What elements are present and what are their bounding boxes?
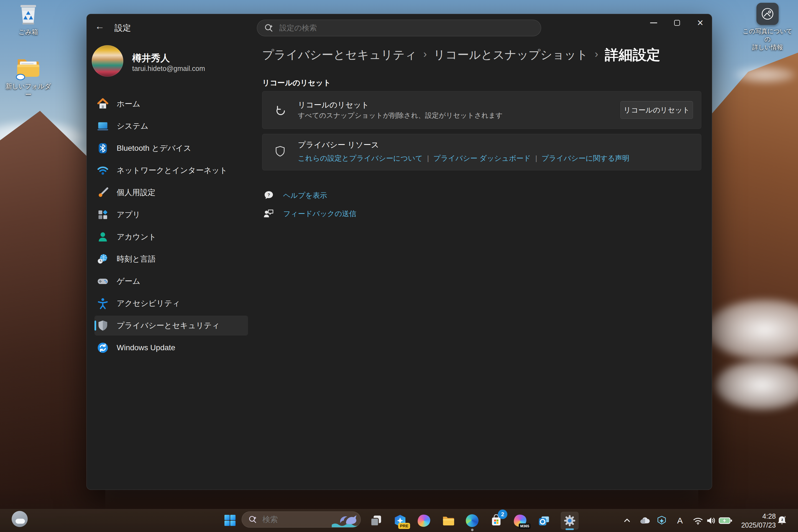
folder-icon xyxy=(16,57,41,80)
sidebar-item-time-language[interactable]: 時刻と言語 xyxy=(94,249,248,269)
account-icon xyxy=(97,231,109,243)
task-view-icon xyxy=(369,514,382,527)
outlook-icon xyxy=(538,514,551,527)
task-view-button[interactable] xyxy=(367,512,385,530)
sidebar-item-home[interactable]: ホーム xyxy=(94,94,248,114)
send-feedback-link[interactable]: フィードバックの送信 xyxy=(283,209,356,218)
user-email: tarui.hideto@gmail.com xyxy=(132,64,205,73)
tray-wifi-icon[interactable] xyxy=(691,513,705,528)
tray-date: 2025/07/23 xyxy=(726,521,776,530)
bluetooth-icon xyxy=(97,142,109,154)
edge-icon xyxy=(466,514,478,527)
help-bubble-icon: ? xyxy=(263,189,275,202)
privacy-links: これらの設定とプライバシーについて | プライバシー ダッシュボード | プライ… xyxy=(298,153,629,163)
tray-clock[interactable]: 4:28 2025/07/23 xyxy=(726,512,776,530)
sidebar-item-label: Bluetooth とデバイス xyxy=(117,143,191,153)
desktop-icon-recycle-bin[interactable]: ごみ箱 xyxy=(5,3,52,36)
reset-icon xyxy=(273,103,287,117)
edge-running-indicator xyxy=(471,529,474,531)
tray-volume-icon[interactable] xyxy=(704,513,718,528)
search-sparkle-icon xyxy=(248,515,258,524)
sidebar-item-system[interactable]: システム xyxy=(94,116,248,136)
photo-info-icon xyxy=(757,3,779,25)
maximize-button[interactable] xyxy=(665,14,688,31)
sidebar-item-label: アクセシビリティ xyxy=(117,298,180,309)
close-icon: × xyxy=(697,17,703,28)
taskbar-search-input[interactable] xyxy=(262,515,323,524)
desktop-icon-new-folder[interactable]: 新しいフォルダー xyxy=(5,57,52,99)
desktop-icon-label: 新しいフォルダー xyxy=(5,82,52,99)
avatar[interactable] xyxy=(92,45,123,77)
notification-bell-icon[interactable]: zz xyxy=(775,513,789,528)
start-button[interactable] xyxy=(221,512,239,529)
sidebar-item-label: アカウント xyxy=(117,232,156,242)
taskbar: PRE 2 M365 A 4:28 xyxy=(0,509,798,532)
preview-badge: PRE xyxy=(398,523,410,529)
copilot-icon xyxy=(417,514,431,528)
svg-text:?: ? xyxy=(267,192,270,197)
sidebar-item-accounts[interactable]: アカウント xyxy=(94,227,248,247)
desktop-icon-label: この写真についての xyxy=(740,27,795,43)
settings-search-box[interactable] xyxy=(257,20,541,36)
link-about-settings-privacy[interactable]: これらの設定とプライバシーについて xyxy=(298,153,423,163)
desktop-icon-label: 詳しい情報 xyxy=(740,43,795,51)
sidebar-item-label: ネットワークとインターネット xyxy=(117,165,227,176)
microsoft-store-button[interactable]: 2 xyxy=(488,512,505,530)
accessibility-icon xyxy=(97,297,109,309)
copilot-button[interactable] xyxy=(415,512,433,530)
page-title: 詳細設定 xyxy=(605,46,660,64)
breadcrumb-privacy-security[interactable]: プライバシーとセキュリティ xyxy=(262,47,417,63)
copilot-runtime-icon[interactable] xyxy=(654,513,669,528)
wallpaper-mountain-right xyxy=(698,53,798,532)
settings-window: ← 設定 × 樽井秀人 tarui.hideto@gmail.com ホーム シ… xyxy=(87,14,712,490)
close-button[interactable]: × xyxy=(688,14,712,31)
system-icon xyxy=(97,120,109,132)
breadcrumb-recall-snapshots[interactable]: リコールとスナップショット xyxy=(433,47,588,63)
settings-gear-icon xyxy=(563,514,576,527)
paintbrush-icon xyxy=(97,187,109,199)
apps-icon xyxy=(97,209,109,221)
reset-card-title: リコールのリセット xyxy=(298,100,369,110)
widgets-weather-icon[interactable] xyxy=(12,511,28,527)
store-notification-badge: 2 xyxy=(498,510,507,519)
sidebar-item-label: ゲーム xyxy=(117,276,140,286)
sidebar-item-network-internet[interactable]: ネットワークとインターネット xyxy=(94,160,248,180)
settings-active-indicator xyxy=(566,528,574,530)
get-help-link[interactable]: ヘルプを表示 xyxy=(283,191,327,200)
ime-mode-indicator[interactable]: A xyxy=(673,513,687,528)
edge-button[interactable] xyxy=(463,512,481,530)
minimize-icon xyxy=(650,22,657,23)
reset-card-description: すべてのスナップショットが削除され、設定がリセットされます xyxy=(298,111,502,120)
tray-chevron-up-icon[interactable] xyxy=(620,513,634,528)
dev-home-preview-button[interactable]: PRE xyxy=(391,512,409,530)
minimize-button[interactable] xyxy=(642,14,665,31)
sidebar-item-apps[interactable]: アプリ xyxy=(94,205,248,225)
outlook-button[interactable] xyxy=(535,512,553,530)
taskbar-search-box[interactable] xyxy=(242,512,361,528)
svg-text:z: z xyxy=(781,517,783,522)
link-privacy-dashboard[interactable]: プライバシー ダッシュボード xyxy=(433,153,531,163)
user-name: 樽井秀人 xyxy=(132,52,170,64)
m365-copilot-button[interactable]: M365 xyxy=(511,512,529,530)
m365-badge: M365 xyxy=(519,524,531,529)
link-privacy-statement[interactable]: プライバシーに関する声明 xyxy=(542,153,629,163)
reset-recall-button[interactable]: リコールのリセット xyxy=(621,101,693,119)
send-feedback-row: フィードバックの送信 xyxy=(263,207,356,220)
file-explorer-button[interactable] xyxy=(439,512,457,530)
settings-button[interactable] xyxy=(561,512,578,530)
sidebar-item-accessibility[interactable]: アクセシビリティ xyxy=(94,293,248,314)
gamepad-icon xyxy=(97,275,109,287)
privacy-resources-card: プライバシー リソース これらの設定とプライバシーについて | プライバシー ダ… xyxy=(262,134,701,170)
sidebar-item-gaming[interactable]: ゲーム xyxy=(94,271,248,291)
sidebar-item-label: プライバシーとセキュリティ xyxy=(117,320,220,331)
onedrive-icon[interactable] xyxy=(638,513,652,528)
back-button[interactable]: ← xyxy=(91,19,108,34)
sidebar-item-personalization[interactable]: 個人用設定 xyxy=(94,183,248,203)
sidebar-item-bluetooth-devices[interactable]: Bluetooth とデバイス xyxy=(94,138,248,158)
sidebar-item-privacy-security[interactable]: プライバシーとセキュリティ xyxy=(94,316,248,336)
desktop-icon-photo-info[interactable]: この写真についての 詳しい情報 xyxy=(740,3,795,51)
settings-search-input[interactable] xyxy=(279,24,529,33)
sidebar-item-windows-update[interactable]: Windows Update xyxy=(94,338,248,358)
get-help-row: ? ヘルプを表示 xyxy=(263,189,327,202)
chevron-right-icon: › xyxy=(595,48,598,60)
